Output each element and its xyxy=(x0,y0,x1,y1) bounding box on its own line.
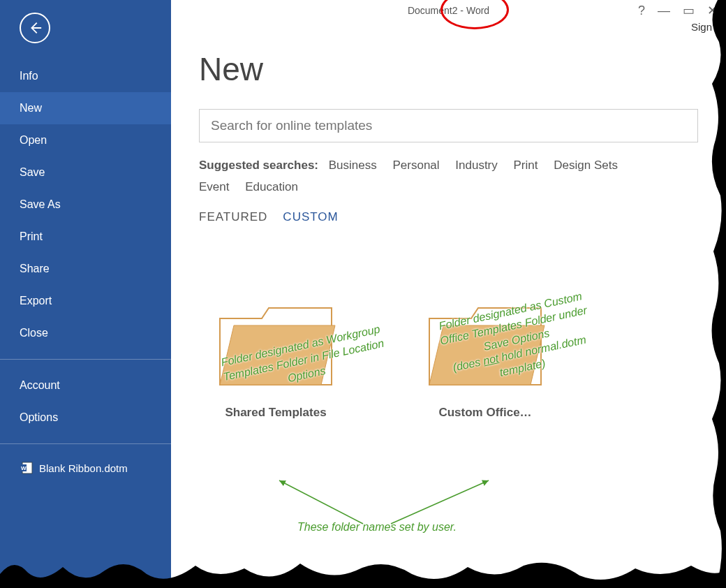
template-custom-office[interactable]: Custom Office… xyxy=(422,301,548,420)
folder-icon xyxy=(422,301,548,392)
sidebar-item-print[interactable]: Print xyxy=(0,221,171,253)
template-shared[interactable]: Shared Templates xyxy=(213,301,339,420)
tab-featured[interactable]: FEATURED xyxy=(199,210,267,224)
svg-text:W: W xyxy=(21,465,27,471)
recent-document[interactable]: W Blank Ribbon.dotm xyxy=(0,454,171,482)
minimize-button[interactable]: — xyxy=(658,3,670,18)
close-button[interactable]: ✕ xyxy=(707,3,718,18)
restore-button[interactable]: ▭ xyxy=(683,3,695,18)
page-title: New xyxy=(199,50,698,88)
suggested-education[interactable]: Education xyxy=(245,180,298,193)
suggested-personal[interactable]: Personal xyxy=(392,159,439,172)
sidebar-item-options[interactable]: Options xyxy=(0,402,171,434)
suggested-designsets[interactable]: Design Sets xyxy=(554,159,618,172)
sidebar-item-open[interactable]: Open xyxy=(0,124,171,156)
suggested-business[interactable]: Business xyxy=(329,159,377,172)
suggested-print[interactable]: Print xyxy=(514,159,538,172)
sidebar-item-save[interactable]: Save xyxy=(0,156,171,189)
sidebar-item-new[interactable]: New xyxy=(0,92,171,124)
suggested-searches: Suggested searches: Business Personal In… xyxy=(199,155,698,198)
tab-custom[interactable]: CUSTOM xyxy=(283,210,338,224)
template-label: Shared Templates xyxy=(213,406,339,420)
recent-doc-label: Blank Ribbon.dotm xyxy=(39,462,128,474)
back-button[interactable] xyxy=(20,13,50,43)
sidebar-item-info[interactable]: Info xyxy=(0,60,171,92)
backstage-sidebar: Info New Open Save Save As Print Share E… xyxy=(0,0,171,588)
sidebar-item-share[interactable]: Share xyxy=(0,253,171,285)
word-doc-icon: W xyxy=(20,461,34,475)
template-label: Custom Office… xyxy=(422,406,548,420)
sidebar-item-account[interactable]: Account xyxy=(0,369,171,402)
suggested-event[interactable]: Event xyxy=(199,180,229,193)
template-search-input[interactable] xyxy=(199,109,698,142)
suggested-industry[interactable]: Industry xyxy=(455,159,497,172)
help-button[interactable]: ? xyxy=(638,3,645,18)
sidebar-item-export[interactable]: Export xyxy=(0,285,171,317)
sidebar-divider xyxy=(0,443,171,444)
suggested-label: Suggested searches: xyxy=(199,159,318,172)
sidebar-item-close[interactable]: Close xyxy=(0,317,171,349)
folder-icon xyxy=(213,301,339,392)
arrow-left-icon xyxy=(27,20,43,36)
sidebar-item-saveas[interactable]: Save As xyxy=(0,189,171,221)
sidebar-divider xyxy=(0,359,171,360)
main-panel: Document2 - Word ? — ▭ ✕ Sign New Sugges… xyxy=(171,0,726,588)
